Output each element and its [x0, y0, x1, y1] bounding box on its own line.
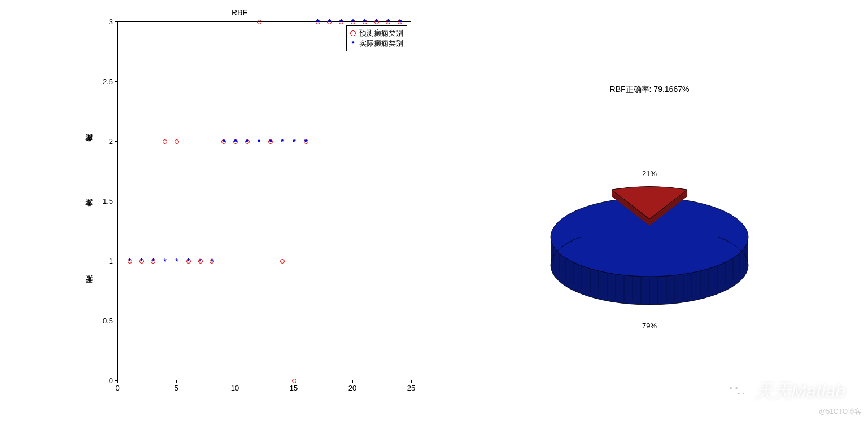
x-tick [117, 380, 118, 383]
y-tick [115, 201, 117, 201]
actual-point: * [293, 139, 295, 144]
x-tick-label: 15 [290, 384, 298, 392]
x-tick-label: 5 [174, 384, 178, 392]
legend-pred-label: 预测癫痫类别 [359, 28, 403, 38]
watermark: 天天Matlab [725, 379, 845, 404]
scatter-title: RBF [232, 8, 247, 17]
actual-point: * [304, 139, 307, 144]
pie-label-small: 21% [642, 169, 657, 178]
y-tick-label: 2.5 [96, 77, 113, 86]
actual-point: * [339, 20, 342, 24]
actual-point: * [199, 259, 202, 264]
legend-row-actual: * 实际癫痫类别 [350, 38, 403, 49]
y-tick [115, 261, 117, 261]
x-tick [411, 380, 412, 383]
actual-point: * [140, 259, 143, 264]
actual-point: * [316, 20, 319, 24]
y-tick-label: 3 [96, 17, 113, 26]
actual-point: * [234, 139, 237, 144]
wechat-icon [725, 381, 749, 402]
actual-point: * [258, 139, 260, 144]
actual-point: * [152, 259, 155, 264]
footer-credit: @51CTO博客 [819, 407, 861, 416]
pred-point [257, 20, 261, 24]
x-tick-label: 0 [115, 384, 119, 392]
actual-point: * [163, 259, 166, 264]
x-tick [176, 380, 177, 383]
actual-point: * [281, 139, 283, 144]
svg-point-35 [738, 393, 740, 394]
pred-point [280, 259, 285, 264]
y-tick-label: 0.5 [96, 317, 113, 325]
pred-point [163, 139, 167, 144]
y-tick [115, 141, 117, 142]
actual-point: * [398, 20, 401, 24]
actual-point: * [328, 20, 331, 24]
y-tick [115, 321, 117, 321]
actual-point: * [269, 139, 272, 144]
figure-container: RBF 预测癫痫类别 * 实际癫痫类别 ********************… [0, 0, 868, 421]
x-tick [294, 380, 294, 383]
y-tick-label: 2 [96, 137, 113, 146]
x-tick [352, 380, 353, 383]
pie-chart-area: RBF正确率: 79.1667% [508, 85, 791, 344]
svg-point-33 [730, 387, 732, 389]
x-tick-label: 25 [407, 384, 415, 392]
actual-point: * [387, 20, 390, 24]
watermark-text: 天天Matlab [755, 379, 845, 404]
actual-point: * [187, 259, 190, 264]
x-tick [235, 380, 235, 383]
legend-box: 预测癫痫类别 * 实际癫痫类别 [346, 25, 407, 51]
scatter-plot-area: 预测癫痫类别 * 实际癫痫类别 ************************ [117, 21, 411, 380]
y-tick [115, 81, 117, 82]
pie-label-large: 79% [642, 322, 657, 330]
x-tick-label: 20 [348, 384, 356, 392]
actual-point: * [175, 259, 178, 264]
x-tick-label: 10 [231, 384, 239, 392]
pred-point [175, 139, 179, 144]
actual-point: * [211, 259, 213, 264]
actual-point: * [363, 20, 366, 24]
y-tick [115, 380, 117, 381]
svg-point-34 [735, 387, 738, 389]
actual-point: * [246, 139, 248, 144]
actual-point: * [351, 20, 354, 24]
pred-point [292, 379, 296, 383]
y-tick-label: 0 [96, 376, 113, 385]
pie-title: RBF正确率: 79.1667% [508, 85, 791, 95]
legend-actual-label: 实际癫痫类别 [359, 38, 403, 49]
pie-wrap: 21% 79% [536, 147, 762, 316]
svg-point-36 [743, 393, 744, 394]
circle-icon [350, 30, 356, 36]
star-icon: * [350, 40, 356, 48]
actual-point: * [222, 139, 225, 144]
actual-point: * [375, 20, 378, 24]
svg-point-32 [735, 389, 748, 401]
y-tick [115, 21, 117, 22]
y-tick-label: 1.5 [96, 197, 113, 205]
y-tick-label: 1 [96, 257, 113, 265]
legend-row-pred: 预测癫痫类别 [350, 28, 403, 38]
actual-point: * [128, 259, 131, 264]
